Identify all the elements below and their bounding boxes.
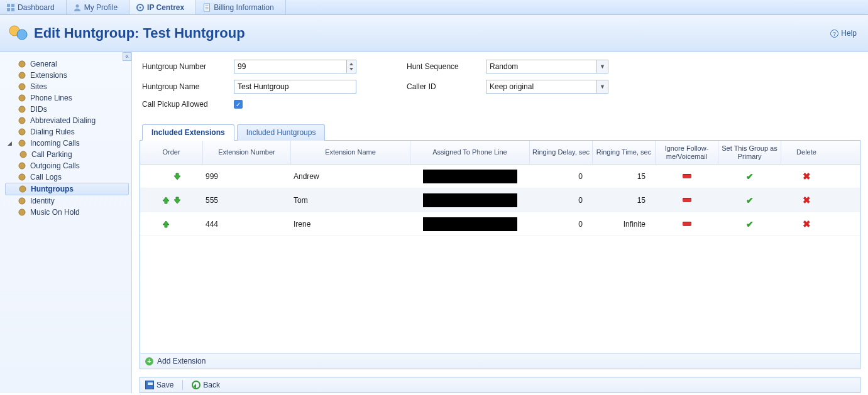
sub-tab-strip: Included Extensions Included Huntgroups [140, 124, 860, 141]
form-area: Huntgroup Number Huntgroup Name Call Pic… [140, 60, 860, 124]
ignore-toggle[interactable] [683, 174, 691, 178]
back-button[interactable]: Back [192, 381, 220, 389]
page-header: Edit Huntgroup: Test Huntgroup ? Help [0, 15, 868, 52]
back-icon [192, 381, 201, 389]
top-tab-my-profile[interactable]: My Profile [67, 0, 129, 14]
tree-expander-icon[interactable]: ◢ [8, 140, 14, 146]
svg-point-24 [19, 163, 25, 169]
cell-extension-number: 999 [203, 172, 291, 181]
col-ringing-time[interactable]: Ringing Time, sec [593, 141, 656, 164]
delete-button[interactable]: ✖ [803, 171, 811, 182]
caller-id-select[interactable]: Keep original ▼ [486, 80, 608, 94]
delete-button[interactable]: ✖ [803, 195, 811, 206]
svg-point-15 [19, 61, 25, 67]
sidebar-item-huntgroups[interactable]: Huntgroups [5, 183, 129, 195]
ignore-toggle[interactable] [683, 198, 691, 202]
huntgroup-name-input[interactable] [234, 80, 356, 94]
help-icon: ? [830, 30, 838, 38]
cell-assigned-phone [423, 217, 517, 231]
help-label: Help [841, 29, 857, 38]
sidebar-icon [19, 150, 28, 159]
sidebar-item-abbreviated-dialing[interactable]: Abbreviated Dialing [5, 115, 129, 126]
chevron-down-icon: ▼ [596, 80, 608, 93]
svg-rect-3 [11, 8, 14, 11]
cell-extension-number: 444 [203, 220, 291, 229]
huntgroup-number-input[interactable] [234, 60, 346, 73]
top-tab-billing[interactable]: Billing Information [196, 0, 285, 14]
sidebar-item-label: Call Logs [30, 173, 62, 181]
sidebar-icon [18, 161, 26, 170]
delete-button[interactable]: ✖ [803, 219, 811, 230]
col-extension-name[interactable]: Extension Name [291, 141, 410, 164]
tab-included-huntgroups[interactable]: Included Huntgroups [237, 124, 326, 141]
save-icon [145, 381, 154, 389]
hunt-sequence-select[interactable]: Random ▼ [486, 60, 608, 73]
save-button[interactable]: Save [145, 381, 173, 389]
svg-point-23 [20, 151, 26, 158]
sidebar-item-identity[interactable]: Identity [5, 195, 129, 207]
svg-point-16 [19, 72, 25, 78]
number-spinner[interactable] [346, 60, 355, 73]
table-row: 444Irene0Infinite✔✖ [140, 212, 860, 236]
svg-point-27 [19, 198, 25, 204]
sidebar-icon [18, 82, 26, 91]
ignore-toggle[interactable] [683, 222, 691, 226]
sidebar-item-label: Abbreviated Dialing [30, 116, 96, 125]
plus-icon: + [145, 357, 153, 365]
sidebar-item-label: Extensions [30, 71, 67, 80]
top-tab-ip-centrex[interactable]: IP Centrex [129, 0, 196, 14]
col-ignore-followme[interactable]: Ignore Follow-me/Voicemail [656, 141, 718, 164]
set-primary-button[interactable]: ✔ [746, 195, 754, 205]
move-up-button[interactable] [162, 220, 170, 229]
move-down-button[interactable] [173, 196, 182, 205]
svg-point-17 [19, 84, 25, 90]
col-set-primary[interactable]: Set This Group as Primary [718, 141, 781, 164]
cell-ringing-time: Infinite [593, 220, 656, 229]
sidebar-item-call-parking[interactable]: Call Parking [5, 149, 129, 160]
svg-rect-2 [7, 8, 10, 11]
svg-point-18 [19, 95, 25, 101]
set-primary-button[interactable]: ✔ [746, 219, 754, 229]
sub-tab-label: Included Huntgroups [246, 128, 316, 137]
chevron-down-icon: ▼ [596, 60, 608, 73]
col-ringing-delay[interactable]: Ringing Delay, sec [530, 141, 593, 164]
sidebar-item-label: Incoming Calls [30, 139, 80, 148]
svg-rect-1 [11, 4, 14, 7]
add-extension-button[interactable]: Add Extension [157, 357, 206, 365]
sidebar-item-extensions[interactable]: Extensions [5, 70, 129, 81]
sidebar-collapse-button[interactable]: « [123, 52, 131, 61]
col-delete[interactable]: Delete [781, 141, 832, 164]
help-link[interactable]: ? Help [830, 29, 857, 38]
svg-text:?: ? [833, 31, 836, 37]
sub-tab-label: Included Extensions [151, 128, 225, 137]
sidebar-item-music-on-hold[interactable]: Music On Hold [5, 207, 129, 218]
dashboard-icon [6, 3, 15, 12]
sidebar-icon [18, 94, 26, 102]
col-order[interactable]: Order [140, 141, 203, 164]
move-up-button[interactable] [162, 196, 170, 205]
sidebar-item-phone-lines[interactable]: Phone Lines [5, 92, 129, 104]
svg-point-25 [19, 174, 25, 180]
tab-included-extensions[interactable]: Included Extensions [142, 124, 234, 141]
sidebar-item-label: Music On Hold [30, 208, 80, 217]
set-primary-button[interactable]: ✔ [746, 171, 754, 181]
sidebar-item-incoming-calls[interactable]: ◢Incoming Calls [5, 138, 129, 149]
sidebar-item-dialing-rules[interactable]: Dialing Rules [5, 126, 129, 138]
col-extension-number[interactable]: Extension Number [203, 141, 291, 164]
sidebar-item-general[interactable]: General [5, 58, 129, 70]
svg-point-22 [19, 140, 25, 146]
sidebar-item-label: General [30, 60, 57, 68]
call-pickup-checkbox[interactable]: ✓ [234, 100, 243, 109]
sidebar-item-dids[interactable]: DIDs [5, 104, 129, 115]
cell-ringing-delay: 0 [530, 196, 593, 205]
gear-icon [136, 3, 145, 12]
cell-assigned-phone [423, 193, 517, 207]
sidebar-item-sites[interactable]: Sites [5, 81, 129, 92]
move-down-button[interactable] [173, 172, 182, 181]
sidebar-item-call-logs[interactable]: Call Logs [5, 171, 129, 183]
huntgroup-number-label: Huntgroup Number [142, 62, 224, 71]
top-tab-dashboard[interactable]: Dashboard [0, 0, 67, 14]
col-assigned-phone[interactable]: Assigned To Phone Line [410, 141, 530, 164]
hunt-sequence-label: Hunt Sequence [407, 62, 476, 71]
sidebar-item-outgoing-calls[interactable]: Outgoing Calls [5, 160, 129, 171]
